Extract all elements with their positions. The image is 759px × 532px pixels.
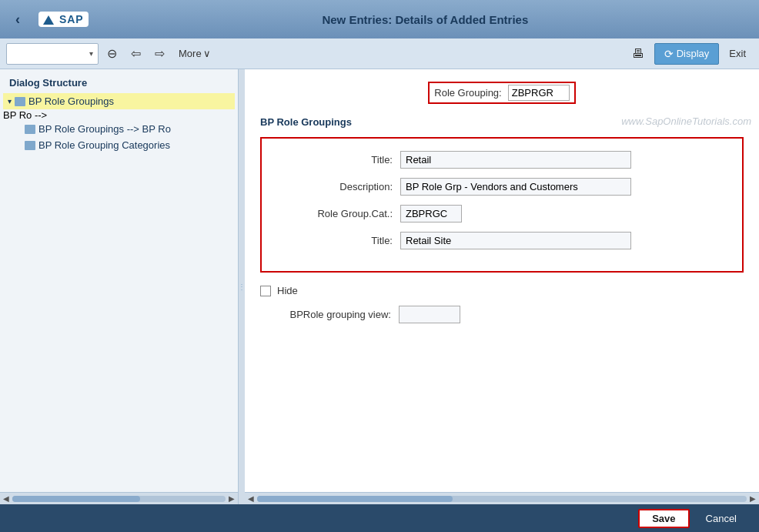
- content-horizontal-scrollbar: ◀ ▶: [245, 492, 759, 504]
- folder-icon: [25, 125, 35, 134]
- hide-row: Hide: [260, 285, 744, 296]
- more-menu[interactable]: More ∨: [173, 43, 216, 65]
- sidebar-item-bp-role-grouping-categories[interactable]: BP Role Grouping Categories: [3, 137, 235, 153]
- title-row: Title:: [277, 151, 727, 169]
- content-area: www.SapOnlineTutorials.com Role Grouping…: [245, 69, 759, 504]
- toolbar: ▾ ⊖ ⇦ ⇨ More ∨ 🖶 ⟳ Display Exit: [0, 38, 759, 69]
- scroll-right-icon[interactable]: ▶: [750, 494, 756, 503]
- role-grouping-box: Role Grouping:: [428, 82, 575, 104]
- more-arrow-icon: ∨: [203, 48, 211, 59]
- hide-label: Hide: [277, 285, 298, 296]
- toolbar-dropdown[interactable]: ▾: [6, 43, 99, 65]
- status-bar: Save Cancel: [0, 504, 759, 532]
- main-layout: Dialog Structure ▾ BP Role Groupings BP …: [0, 69, 759, 504]
- display-label: Display: [677, 48, 710, 59]
- bprole-input[interactable]: [399, 306, 460, 323]
- back-nav-button[interactable]: ⇦: [125, 43, 146, 65]
- title-input[interactable]: [400, 151, 631, 169]
- description-input[interactable]: [400, 178, 631, 196]
- bprole-row: BPRole grouping view:: [260, 306, 744, 323]
- save-button[interactable]: Save: [638, 509, 689, 528]
- details-box: Title: Description: Role Group.Cat.: Tit…: [260, 137, 744, 273]
- sidebar-scrollbar-track[interactable]: [12, 496, 226, 502]
- content-inner: www.SapOnlineTutorials.com Role Grouping…: [245, 69, 759, 492]
- description-row: Description:: [277, 178, 727, 196]
- print-button[interactable]: 🖶: [625, 43, 651, 65]
- title2-row: Title:: [277, 232, 727, 249]
- sidebar-item-label: BP Role Groupings: [28, 95, 114, 107]
- role-grouping-label: Role Grouping:: [434, 87, 501, 99]
- sidebar-item-bp-role-groupings[interactable]: ▾ BP Role Groupings: [3, 93, 235, 109]
- resize-handle[interactable]: ⋮: [239, 69, 245, 504]
- forward-nav-button[interactable]: ⇨: [149, 43, 170, 65]
- window-title: New Entries: Details of Added Entries: [101, 13, 750, 26]
- sidebar-item-label: BP Role Groupings --> BP Ro: [38, 123, 171, 135]
- sidebar: Dialog Structure ▾ BP Role Groupings BP …: [0, 69, 239, 504]
- role-group-cat-input[interactable]: [400, 205, 462, 223]
- sap-logo: SAP: [38, 12, 89, 27]
- section-title: BP Role Groupings: [260, 116, 744, 128]
- folder-icon: [15, 97, 25, 106]
- sidebar-tree: ▾ BP Role Groupings BP Ro --> BP Role Gr…: [0, 93, 238, 492]
- role-group-cat-row: Role Group.Cat.:: [277, 205, 727, 223]
- more-label: More: [179, 48, 202, 59]
- title-label: Title:: [277, 154, 400, 166]
- scroll-left-icon[interactable]: ◀: [3, 494, 9, 503]
- role-grouping-input[interactable]: [508, 85, 570, 101]
- app-header: ‹ SAP New Entries: Details of Added Entr…: [0, 0, 759, 38]
- title2-input[interactable]: [400, 232, 631, 249]
- sidebar-scrollbar-thumb: [12, 496, 140, 502]
- scroll-right-icon[interactable]: ▶: [229, 494, 235, 503]
- exit-button[interactable]: Exit: [722, 43, 753, 65]
- content-scrollbar-thumb: [257, 496, 453, 502]
- sidebar-item-bp-role-groupings-bp-ro[interactable]: BP Role Groupings --> BP Ro: [3, 121, 235, 137]
- hide-checkbox[interactable]: [260, 286, 271, 296]
- sidebar-item-label: BP Role Grouping Categories: [38, 139, 170, 151]
- role-grouping-row: Role Grouping:: [260, 82, 744, 104]
- bprole-label: BPRole grouping view:: [260, 309, 399, 320]
- sidebar-title: Dialog Structure: [0, 69, 238, 93]
- display-button[interactable]: ⟳ Display: [654, 43, 720, 65]
- back-button[interactable]: ‹: [9, 8, 26, 31]
- content-scrollbar-track[interactable]: [257, 496, 747, 502]
- title2-label: Title:: [277, 235, 400, 246]
- folder-icon: [25, 141, 35, 150]
- scroll-left-icon[interactable]: ◀: [248, 494, 254, 503]
- sidebar-horizontal-scrollbar: ◀ ▶: [0, 492, 238, 504]
- minus-button[interactable]: ⊖: [102, 43, 122, 65]
- description-label: Description:: [277, 181, 400, 192]
- expand-icon: ▾: [8, 97, 12, 105]
- chevron-down-icon: ▾: [89, 49, 93, 58]
- display-icon: ⟳: [664, 48, 674, 60]
- cancel-button[interactable]: Cancel: [693, 510, 750, 527]
- role-group-cat-label: Role Group.Cat.:: [277, 208, 400, 219]
